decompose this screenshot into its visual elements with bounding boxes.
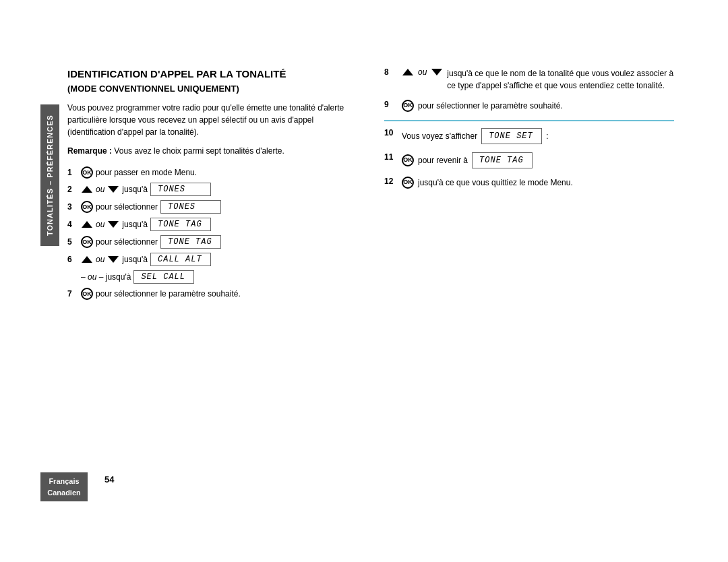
step-3: 3 OK pour sélectionner TONES	[67, 200, 357, 214]
sidebar-label: TONALITÉS – PRÉFÉRENCES	[45, 115, 55, 236]
display-tonetag-5: TONE TAG	[160, 235, 221, 249]
sidebar: TONALITÉS – PRÉFÉRENCES	[40, 104, 59, 246]
display-selcall-6sub: SEL CALL	[133, 270, 194, 284]
step-7: 7 OK pour sélectionner le paramètre souh…	[67, 288, 357, 300]
up-icon-8	[402, 67, 414, 77]
menu-icon-7: OK	[81, 288, 93, 300]
step-6: 6 ou jusqu'à CALL ALT	[67, 253, 357, 266]
menu-icon-9: OK	[402, 100, 414, 112]
right-step-9: 9 OK pour sélectionner le paramètre souh…	[384, 100, 674, 112]
display-tonetag-11: TONE TAG	[472, 152, 533, 168]
separator	[384, 120, 674, 121]
right-column: 8 ou jusqu'à ce que le nom de la tonalit…	[384, 67, 674, 495]
menu-icon-11: OK	[402, 154, 414, 166]
down-icon-4	[107, 220, 119, 229]
right-step-11: 11 OK pour revenir à TONE TAG	[384, 152, 674, 168]
step-4: 4 ou jusqu'à TONE TAG	[67, 218, 357, 231]
menu-icon-1: OK	[81, 166, 93, 179]
menu-icon-12: OK	[402, 177, 414, 189]
display-tonetag-4: TONE TAG	[150, 218, 211, 231]
display-toneset-10: TONE SET	[481, 128, 542, 144]
up-icon-4	[81, 220, 93, 229]
subtitle: (MODE CONVENTIONNEL UNIQUEMENT)	[67, 84, 357, 94]
down-icon-6	[107, 255, 119, 264]
step-2: 2 ou jusqu'à TONES	[67, 183, 357, 196]
display-tones-3: TONES	[160, 200, 221, 214]
left-column: IDENTIFICATION D'APPEL PAR LA TONALITÉ (…	[67, 67, 357, 495]
right-step-10: 10 Vous voyez s'afficher TONE SET :	[384, 128, 674, 144]
body-text: Vous pouvez programmer votre radio pour …	[67, 102, 357, 138]
menu-icon-3: OK	[81, 201, 93, 213]
main-title: IDENTIFICATION D'APPEL PAR LA TONALITÉ	[67, 67, 357, 81]
steps-list: 1 OK pour passer en mode Menu. 2 ou jusq…	[67, 166, 357, 300]
menu-icon-5: OK	[81, 236, 93, 248]
remark: Remarque : Vous avez le choix parmi sept…	[67, 145, 357, 157]
step-1: 1 OK pour passer en mode Menu.	[67, 166, 357, 179]
up-icon-2	[81, 185, 93, 194]
step-6-sub: – ou – jusqu'à SEL CALL	[81, 270, 357, 284]
display-tones-2: TONES	[150, 183, 211, 196]
page: TONALITÉS – PRÉFÉRENCES Français Canadie…	[0, 0, 728, 562]
down-icon-8	[431, 67, 443, 77]
display-callalt-6: CALL ALT	[150, 253, 211, 266]
right-step-12: 12 OK jusqu'à ce que vous quittiez le mo…	[384, 177, 674, 189]
right-step-8: 8 ou jusqu'à ce que le nom de la tonalit…	[384, 67, 674, 92]
down-icon-2	[107, 185, 119, 194]
step-5: 5 OK pour sélectionner TONE TAG	[67, 235, 357, 249]
main-content: IDENTIFICATION D'APPEL PAR LA TONALITÉ (…	[67, 67, 674, 495]
up-icon-6	[81, 255, 93, 264]
